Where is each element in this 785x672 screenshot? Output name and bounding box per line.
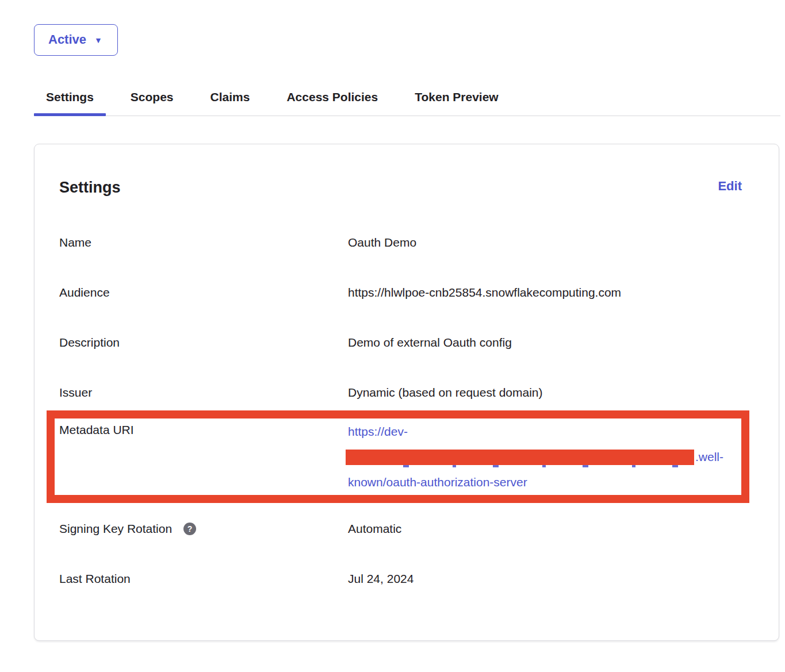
row-metadata-uri-label: Metadata URI: [59, 419, 348, 438]
row-audience: Audience https://hlwlpoe-cnb25854.snowfl…: [59, 285, 742, 301]
row-name: Name Oauth Demo: [59, 235, 742, 251]
row-last-rotation-value: Jul 24, 2024: [348, 571, 413, 587]
row-name-value: Oauth Demo: [348, 235, 416, 251]
tab-claims[interactable]: Claims: [198, 90, 262, 116]
settings-card: Settings Edit Name Oauth Demo Audience h…: [34, 144, 779, 641]
metadata-uri-link[interactable]: https://dev-: [348, 425, 408, 438]
metadata-uri-link-tail[interactable]: known/oauth-authorization-server: [348, 475, 527, 489]
row-name-label: Name: [59, 235, 348, 251]
row-issuer: Issuer Dynamic (based on request domain): [59, 385, 742, 401]
red-highlight-annotation: Metadata URI https://dev- .well- known/o…: [47, 410, 749, 503]
row-issuer-value: Dynamic (based on request domain): [348, 385, 543, 401]
metadata-uri-link-line-3: known/oauth-authorization-server: [348, 470, 723, 495]
signing-key-rotation-text: Signing Key Rotation: [59, 521, 172, 537]
card-header: Settings Edit: [59, 178, 742, 197]
status-label: Active: [48, 32, 86, 47]
row-audience-value: https://hlwlpoe-cnb25854.snowflakecomput…: [348, 285, 621, 301]
metadata-uri-link-suffix[interactable]: .well-: [695, 450, 723, 463]
row-signing-key-rotation: Signing Key Rotation ? Automatic: [59, 521, 742, 537]
tab-access-policies[interactable]: Access Policies: [274, 90, 390, 116]
redaction-bar: [346, 450, 694, 465]
row-description-label: Description: [59, 335, 348, 351]
metadata-uri-link-line-1: https://dev-: [348, 419, 723, 444]
status-dropdown-button[interactable]: Active ▼: [34, 24, 118, 56]
help-icon[interactable]: ?: [183, 523, 196, 535]
edit-link[interactable]: Edit: [718, 178, 742, 195]
row-issuer-label: Issuer: [59, 385, 348, 401]
row-description-value: Demo of external Oauth config: [348, 335, 512, 351]
tab-scopes[interactable]: Scopes: [118, 90, 186, 116]
tab-settings[interactable]: Settings: [34, 90, 106, 116]
card-title: Settings: [59, 178, 121, 197]
row-audience-label: Audience: [59, 285, 348, 301]
row-last-rotation: Last Rotation Jul 24, 2024: [59, 571, 742, 587]
row-metadata-uri-value: https://dev- .well- known/oauth-authoriz…: [348, 419, 723, 495]
row-description: Description Demo of external Oauth confi…: [59, 335, 742, 351]
row-signing-key-rotation-value: Automatic: [348, 521, 401, 537]
tab-token-preview[interactable]: Token Preview: [403, 90, 511, 116]
row-last-rotation-label: Last Rotation: [59, 571, 348, 587]
tab-bar: Settings Scopes Claims Access Policies T…: [34, 90, 780, 116]
metadata-uri-link-line-2: .well-: [348, 444, 723, 470]
settings-rows: Name Oauth Demo Audience https://hlwlpoe…: [59, 235, 742, 587]
chevron-down-icon: ▼: [94, 36, 102, 44]
row-signing-key-rotation-label: Signing Key Rotation ?: [59, 521, 348, 537]
